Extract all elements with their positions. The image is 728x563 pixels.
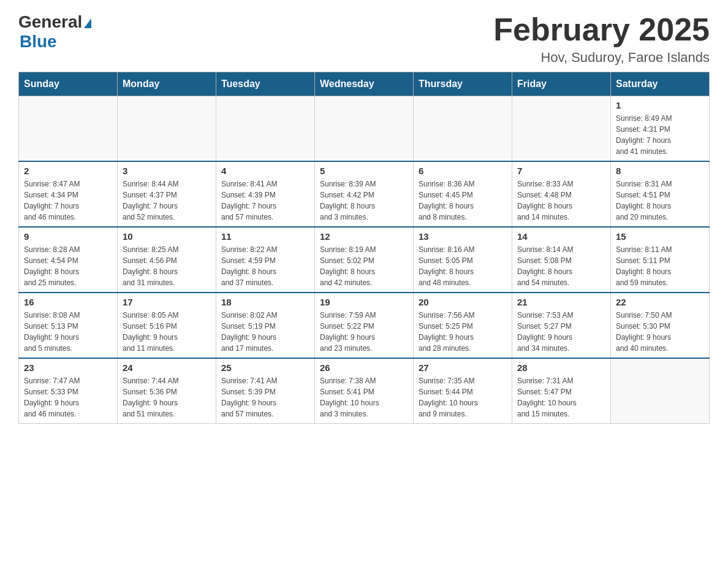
day-detail: Sunrise: 8:36 AM Sunset: 4:45 PM Dayligh… bbox=[419, 178, 507, 223]
calendar-week-row: 23Sunrise: 7:47 AM Sunset: 5:33 PM Dayli… bbox=[19, 358, 710, 424]
day-number: 13 bbox=[419, 231, 507, 242]
calendar-cell: 14Sunrise: 8:14 AM Sunset: 5:08 PM Dayli… bbox=[512, 227, 611, 293]
day-number: 22 bbox=[616, 297, 704, 307]
day-number: 9 bbox=[24, 231, 112, 242]
day-detail: Sunrise: 8:25 AM Sunset: 4:56 PM Dayligh… bbox=[123, 244, 211, 288]
day-detail: Sunrise: 8:47 AM Sunset: 4:34 PM Dayligh… bbox=[24, 178, 112, 223]
calendar-week-row: 9Sunrise: 8:28 AM Sunset: 4:54 PM Daylig… bbox=[19, 227, 710, 293]
day-detail: Sunrise: 7:56 AM Sunset: 5:25 PM Dayligh… bbox=[419, 310, 507, 354]
day-detail: Sunrise: 8:02 AM Sunset: 5:19 PM Dayligh… bbox=[221, 310, 309, 354]
weekday-header-saturday: Saturday bbox=[611, 72, 710, 96]
calendar-cell: 26Sunrise: 7:38 AM Sunset: 5:41 PM Dayli… bbox=[315, 358, 414, 424]
calendar-cell bbox=[118, 96, 216, 162]
calendar-table: SundayMondayTuesdayWednesdayThursdayFrid… bbox=[18, 72, 710, 424]
day-detail: Sunrise: 7:35 AM Sunset: 5:44 PM Dayligh… bbox=[419, 375, 507, 419]
calendar-title: February 2025 bbox=[493, 12, 710, 47]
day-detail: Sunrise: 7:47 AM Sunset: 5:33 PM Dayligh… bbox=[24, 375, 112, 419]
day-number: 4 bbox=[221, 166, 309, 176]
day-detail: Sunrise: 8:14 AM Sunset: 5:08 PM Dayligh… bbox=[517, 244, 605, 288]
logo: General Blue bbox=[18, 12, 91, 52]
day-number: 26 bbox=[320, 362, 408, 373]
calendar-cell: 18Sunrise: 8:02 AM Sunset: 5:19 PM Dayli… bbox=[216, 293, 315, 358]
calendar-cell: 2Sunrise: 8:47 AM Sunset: 4:34 PM Daylig… bbox=[19, 161, 118, 227]
day-number: 6 bbox=[419, 166, 507, 176]
day-detail: Sunrise: 8:19 AM Sunset: 5:02 PM Dayligh… bbox=[320, 244, 408, 288]
logo-general-text: General bbox=[18, 12, 82, 32]
day-detail: Sunrise: 8:08 AM Sunset: 5:13 PM Dayligh… bbox=[24, 310, 112, 354]
day-detail: Sunrise: 8:05 AM Sunset: 5:16 PM Dayligh… bbox=[123, 310, 211, 354]
day-number: 7 bbox=[517, 166, 605, 176]
day-detail: Sunrise: 7:41 AM Sunset: 5:39 PM Dayligh… bbox=[221, 375, 309, 419]
day-detail: Sunrise: 8:33 AM Sunset: 4:48 PM Dayligh… bbox=[517, 178, 605, 223]
weekday-header-sunday: Sunday bbox=[19, 72, 118, 96]
day-number: 16 bbox=[24, 297, 112, 307]
day-detail: Sunrise: 7:31 AM Sunset: 5:47 PM Dayligh… bbox=[517, 375, 605, 419]
weekday-header-row: SundayMondayTuesdayWednesdayThursdayFrid… bbox=[19, 72, 710, 96]
day-number: 23 bbox=[24, 362, 112, 373]
calendar-cell: 15Sunrise: 8:11 AM Sunset: 5:11 PM Dayli… bbox=[611, 227, 710, 293]
day-detail: Sunrise: 7:53 AM Sunset: 5:27 PM Dayligh… bbox=[517, 310, 605, 354]
calendar-cell: 1Sunrise: 8:49 AM Sunset: 4:31 PM Daylig… bbox=[611, 96, 710, 162]
calendar-cell bbox=[611, 358, 710, 424]
calendar-cell: 6Sunrise: 8:36 AM Sunset: 4:45 PM Daylig… bbox=[414, 161, 512, 227]
calendar-cell: 24Sunrise: 7:44 AM Sunset: 5:36 PM Dayli… bbox=[118, 358, 216, 424]
page-header: General Blue February 2025 Hov, Suduroy,… bbox=[18, 12, 710, 66]
day-detail: Sunrise: 8:41 AM Sunset: 4:39 PM Dayligh… bbox=[221, 178, 309, 223]
calendar-cell: 21Sunrise: 7:53 AM Sunset: 5:27 PM Dayli… bbox=[512, 293, 611, 358]
calendar-cell: 25Sunrise: 7:41 AM Sunset: 5:39 PM Dayli… bbox=[216, 358, 315, 424]
day-number: 10 bbox=[123, 231, 211, 242]
day-detail: Sunrise: 8:22 AM Sunset: 4:59 PM Dayligh… bbox=[221, 244, 309, 288]
day-number: 15 bbox=[616, 231, 704, 242]
weekday-header-thursday: Thursday bbox=[414, 72, 512, 96]
day-number: 3 bbox=[123, 166, 211, 176]
logo-triangle-icon bbox=[84, 18, 91, 28]
day-detail: Sunrise: 8:49 AM Sunset: 4:31 PM Dayligh… bbox=[616, 113, 704, 157]
calendar-cell: 28Sunrise: 7:31 AM Sunset: 5:47 PM Dayli… bbox=[512, 358, 611, 424]
calendar-subtitle: Hov, Suduroy, Faroe Islands bbox=[493, 50, 710, 66]
calendar-week-row: 1Sunrise: 8:49 AM Sunset: 4:31 PM Daylig… bbox=[19, 96, 710, 162]
calendar-cell: 13Sunrise: 8:16 AM Sunset: 5:05 PM Dayli… bbox=[414, 227, 512, 293]
day-number: 25 bbox=[221, 362, 309, 373]
calendar-cell bbox=[315, 96, 414, 162]
day-detail: Sunrise: 7:50 AM Sunset: 5:30 PM Dayligh… bbox=[616, 310, 704, 354]
day-number: 21 bbox=[517, 297, 605, 307]
day-number: 14 bbox=[517, 231, 605, 242]
calendar-cell bbox=[414, 96, 512, 162]
calendar-cell: 17Sunrise: 8:05 AM Sunset: 5:16 PM Dayli… bbox=[118, 293, 216, 358]
day-detail: Sunrise: 8:39 AM Sunset: 4:42 PM Dayligh… bbox=[320, 178, 408, 223]
day-number: 27 bbox=[419, 362, 507, 373]
day-number: 1 bbox=[616, 100, 704, 110]
calendar-week-row: 16Sunrise: 8:08 AM Sunset: 5:13 PM Dayli… bbox=[19, 293, 710, 358]
day-detail: Sunrise: 8:31 AM Sunset: 4:51 PM Dayligh… bbox=[616, 178, 704, 223]
day-detail: Sunrise: 8:44 AM Sunset: 4:37 PM Dayligh… bbox=[123, 178, 211, 223]
day-detail: Sunrise: 8:16 AM Sunset: 5:05 PM Dayligh… bbox=[419, 244, 507, 288]
day-detail: Sunrise: 7:38 AM Sunset: 5:41 PM Dayligh… bbox=[320, 375, 408, 419]
weekday-header-friday: Friday bbox=[512, 72, 611, 96]
calendar-cell: 10Sunrise: 8:25 AM Sunset: 4:56 PM Dayli… bbox=[118, 227, 216, 293]
title-section: February 2025 Hov, Suduroy, Faroe Island… bbox=[493, 12, 710, 66]
day-detail: Sunrise: 8:11 AM Sunset: 5:11 PM Dayligh… bbox=[616, 244, 704, 288]
day-number: 24 bbox=[123, 362, 211, 373]
day-number: 12 bbox=[320, 231, 408, 242]
calendar-cell: 23Sunrise: 7:47 AM Sunset: 5:33 PM Dayli… bbox=[19, 358, 118, 424]
calendar-cell: 11Sunrise: 8:22 AM Sunset: 4:59 PM Dayli… bbox=[216, 227, 315, 293]
weekday-header-monday: Monday bbox=[118, 72, 216, 96]
calendar-cell: 8Sunrise: 8:31 AM Sunset: 4:51 PM Daylig… bbox=[611, 161, 710, 227]
day-number: 19 bbox=[320, 297, 408, 307]
day-number: 28 bbox=[517, 362, 605, 373]
calendar-cell: 9Sunrise: 8:28 AM Sunset: 4:54 PM Daylig… bbox=[19, 227, 118, 293]
calendar-cell bbox=[512, 96, 611, 162]
calendar-cell: 3Sunrise: 8:44 AM Sunset: 4:37 PM Daylig… bbox=[118, 161, 216, 227]
day-number: 11 bbox=[221, 231, 309, 242]
day-number: 17 bbox=[123, 297, 211, 307]
day-number: 20 bbox=[419, 297, 507, 307]
day-number: 5 bbox=[320, 166, 408, 176]
logo-blue-text: Blue bbox=[18, 32, 57, 51]
weekday-header-tuesday: Tuesday bbox=[216, 72, 315, 96]
calendar-cell: 12Sunrise: 8:19 AM Sunset: 5:02 PM Dayli… bbox=[315, 227, 414, 293]
calendar-week-row: 2Sunrise: 8:47 AM Sunset: 4:34 PM Daylig… bbox=[19, 161, 710, 227]
day-number: 8 bbox=[616, 166, 704, 176]
day-detail: Sunrise: 7:44 AM Sunset: 5:36 PM Dayligh… bbox=[123, 375, 211, 419]
calendar-cell: 27Sunrise: 7:35 AM Sunset: 5:44 PM Dayli… bbox=[414, 358, 512, 424]
weekday-header-wednesday: Wednesday bbox=[315, 72, 414, 96]
